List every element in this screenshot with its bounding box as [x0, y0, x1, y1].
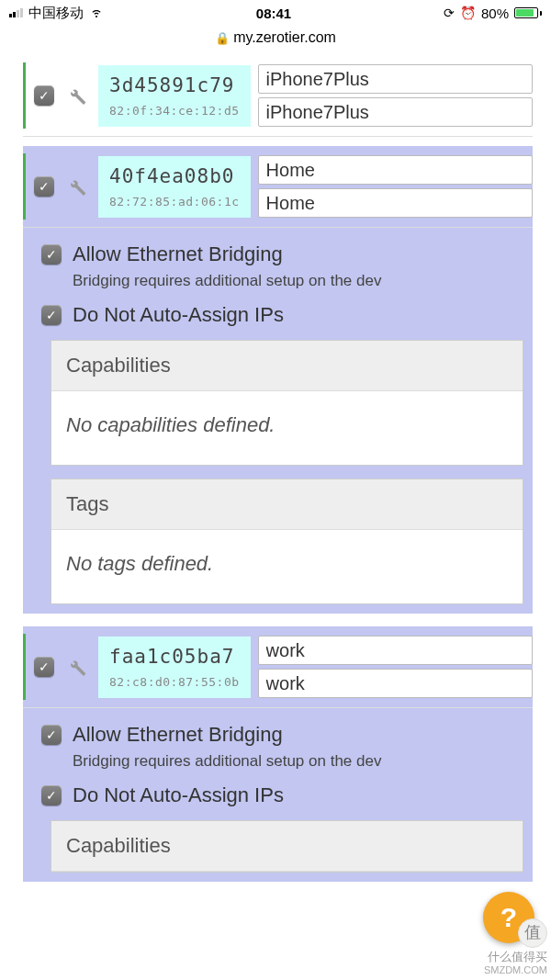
authorize-checkbox[interactable]: ✓: [34, 85, 54, 106]
url-bar[interactable]: 🔒my.zerotier.com: [0, 26, 551, 55]
member-row: ✓ 3d45891c79 82:0f:34:ce:12:d5: [23, 55, 533, 137]
signal-icon: [9, 8, 23, 17]
id-block: 40f4ea08b0 82:72:85:ad:06:1c: [98, 156, 251, 218]
authorize-checkbox[interactable]: ✓: [34, 657, 54, 677]
description-input[interactable]: [258, 188, 533, 218]
capabilities-title: Capabilities: [51, 821, 523, 872]
description-input[interactable]: [258, 97, 533, 127]
node-id: 40f4ea08b0: [109, 165, 240, 187]
url-text: my.zerotier.com: [233, 29, 336, 45]
status-bar: 中国移动 08:41 ⟳ ⏰ 80%: [0, 0, 551, 26]
clock: 08:41: [256, 6, 291, 21]
carrier-label: 中国移动: [28, 5, 84, 22]
allow-bridging-label: Allow Ethernet Bridging: [73, 723, 283, 747]
allow-bridging-checkbox[interactable]: ✓: [41, 725, 62, 745]
id-block: faa1c05ba7 82:c8:d0:87:55:0b: [98, 636, 251, 698]
wifi-icon: [89, 5, 104, 22]
tags-body: No tags defined.: [51, 530, 523, 603]
allow-bridging-hint: Bridging requires additional setup on th…: [73, 752, 523, 771]
capabilities-panel: Capabilities: [51, 820, 523, 873]
name-input[interactable]: [258, 64, 533, 94]
node-id: faa1c05ba7: [109, 646, 240, 668]
watermark-cn: 什么值得买: [484, 950, 547, 964]
member-expanded-panel: ✓ Allow Ethernet Bridging Bridging requi…: [23, 708, 533, 882]
capabilities-body: No capabilities defined.: [51, 391, 523, 465]
member-row: ✓ 40f4ea08b0 82:72:85:ad:06:1c: [23, 146, 533, 228]
tags-title: Tags: [51, 479, 523, 530]
mac-address: 82:0f:34:ce:12:d5: [109, 104, 240, 118]
no-auto-ip-checkbox[interactable]: ✓: [41, 785, 62, 805]
member-row: ✓ faa1c05ba7 82:c8:d0:87:55:0b: [23, 626, 533, 708]
alarm-icon: ⏰: [460, 6, 476, 20]
no-auto-ip-label: Do Not Auto-Assign IPs: [73, 783, 284, 807]
watermark-icon: 值: [518, 918, 547, 948]
name-input[interactable]: [258, 155, 533, 185]
no-auto-ip-checkbox[interactable]: ✓: [41, 305, 62, 325]
watermark: 值 什么值得买 SMZDM.COM: [484, 918, 547, 976]
lock-icon: 🔒: [215, 31, 230, 45]
description-input[interactable]: [258, 669, 533, 698]
battery-icon: [514, 7, 542, 18]
watermark-en: SMZDM.COM: [484, 964, 547, 976]
tags-panel: Tags No tags defined.: [51, 479, 523, 604]
capabilities-panel: Capabilities No capabilities defined.: [51, 340, 523, 466]
allow-bridging-label: Allow Ethernet Bridging: [73, 242, 283, 266]
authorize-checkbox[interactable]: ✓: [34, 176, 54, 197]
id-block: 3d45891c79 82:0f:34:ce:12:d5: [98, 65, 251, 127]
wrench-icon[interactable]: [65, 175, 87, 197]
orientation-lock-icon: ⟳: [444, 6, 455, 20]
mac-address: 82:c8:d0:87:55:0b: [109, 675, 240, 689]
name-input[interactable]: [258, 636, 533, 665]
wrench-icon[interactable]: [65, 656, 87, 678]
mac-address: 82:72:85:ad:06:1c: [109, 195, 240, 208]
allow-bridging-checkbox[interactable]: ✓: [41, 244, 62, 265]
wrench-icon[interactable]: [65, 84, 87, 107]
member-expanded-panel: ✓ Allow Ethernet Bridging Bridging requi…: [23, 228, 533, 614]
capabilities-title: Capabilities: [51, 341, 523, 391]
allow-bridging-hint: Bridging requires additional setup on th…: [73, 272, 523, 290]
node-id: 3d45891c79: [109, 74, 240, 96]
no-auto-ip-label: Do Not Auto-Assign IPs: [73, 303, 284, 327]
battery-percent: 80%: [481, 6, 509, 21]
